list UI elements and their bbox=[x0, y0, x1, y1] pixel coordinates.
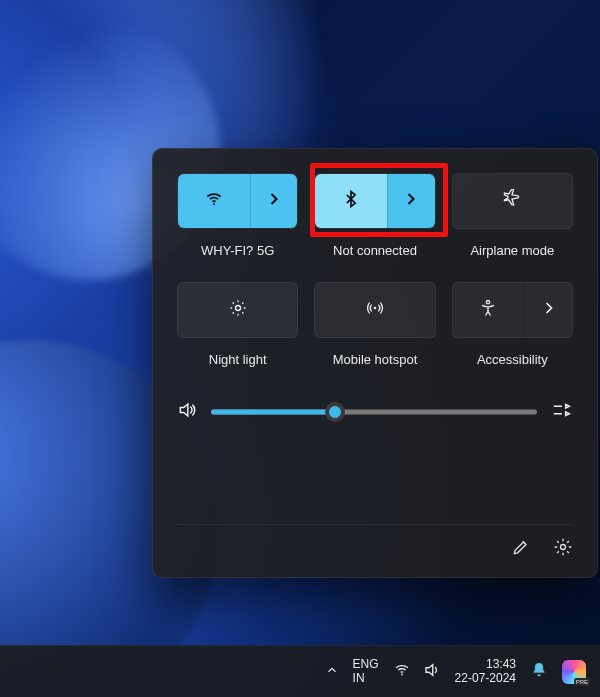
accessibility-icon bbox=[478, 298, 498, 322]
edit-button[interactable] bbox=[511, 537, 531, 561]
quick-settings-panel: WHY-FI? 5GNot connectedAirplane mode Nig… bbox=[152, 148, 598, 578]
volume-slider[interactable] bbox=[211, 402, 537, 422]
chevron-right-icon bbox=[401, 189, 421, 213]
clock[interactable]: 13:43 22-07-2024 bbox=[455, 658, 516, 686]
airplane-tile[interactable] bbox=[452, 173, 573, 229]
accessibility-label: Accessibility bbox=[452, 344, 573, 385]
sound-output-button[interactable] bbox=[551, 399, 573, 425]
quick-settings-footer bbox=[177, 524, 573, 561]
taskbar: ENG IN 13:43 22-07-2024 bbox=[0, 645, 600, 697]
accessibility-expand[interactable] bbox=[524, 283, 572, 337]
language-secondary: IN bbox=[353, 672, 379, 686]
clock-time: 13:43 bbox=[455, 658, 516, 672]
airplane-label: Airplane mode bbox=[452, 235, 573, 276]
svg-point-0 bbox=[213, 203, 215, 205]
bluetooth-icon bbox=[341, 189, 361, 213]
volume-row bbox=[177, 399, 573, 425]
volume-tray-icon[interactable] bbox=[423, 661, 441, 682]
airplane-icon bbox=[502, 189, 522, 213]
language-indicator[interactable]: ENG IN bbox=[353, 658, 379, 686]
svg-point-2 bbox=[374, 307, 377, 310]
nightlight-tile[interactable] bbox=[177, 282, 298, 338]
hotspot-tile[interactable] bbox=[314, 282, 435, 338]
notifications-button[interactable] bbox=[530, 661, 548, 682]
settings-button[interactable] bbox=[553, 537, 573, 561]
svg-point-1 bbox=[235, 306, 240, 311]
chevron-right-icon bbox=[264, 189, 284, 213]
wifi-expand[interactable] bbox=[250, 174, 298, 228]
wifi-label: WHY-FI? 5G bbox=[177, 235, 298, 276]
accessibility-toggle[interactable] bbox=[453, 283, 525, 337]
brightness-icon bbox=[228, 298, 248, 322]
slider-fill bbox=[211, 410, 335, 415]
svg-point-5 bbox=[401, 674, 403, 676]
bluetooth-toggle[interactable] bbox=[315, 174, 387, 228]
clock-date: 22-07-2024 bbox=[455, 672, 516, 686]
speaker-icon[interactable] bbox=[177, 400, 197, 424]
wifi-tile[interactable] bbox=[177, 173, 298, 229]
slider-thumb[interactable] bbox=[325, 402, 345, 422]
hotspot-label: Mobile hotspot bbox=[314, 344, 435, 385]
hotspot-icon bbox=[365, 298, 385, 322]
bluetooth-tile[interactable] bbox=[314, 173, 435, 229]
wifi-icon bbox=[204, 189, 224, 213]
accessibility-tile[interactable] bbox=[452, 282, 573, 338]
chevron-right-icon bbox=[539, 298, 559, 322]
tray-overflow-button[interactable] bbox=[325, 663, 339, 680]
wifi-tray-icon[interactable] bbox=[393, 661, 411, 682]
language-primary: ENG bbox=[353, 658, 379, 672]
svg-point-4 bbox=[561, 545, 566, 550]
bluetooth-label: Not connected bbox=[314, 235, 435, 276]
system-tray[interactable] bbox=[393, 661, 441, 682]
svg-point-3 bbox=[487, 301, 490, 304]
copilot-icon[interactable] bbox=[562, 660, 586, 684]
nightlight-label: Night light bbox=[177, 344, 298, 385]
wifi-toggle[interactable] bbox=[178, 174, 250, 228]
quick-settings-tiles: WHY-FI? 5GNot connectedAirplane mode Nig… bbox=[177, 173, 573, 385]
bluetooth-expand[interactable] bbox=[387, 174, 435, 228]
